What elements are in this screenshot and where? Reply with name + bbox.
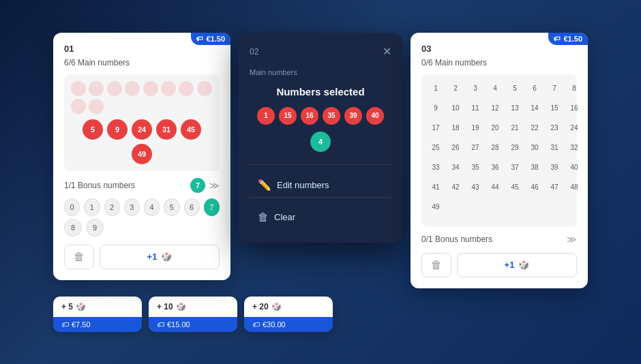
dice-icon-bottom-3: 🎲 [271,302,282,312]
clear-button[interactable]: 🗑 Clear [250,206,391,229]
grid-32[interactable]: 32 [565,139,583,157]
grid-30[interactable]: 30 [526,139,543,157]
delete-button-03[interactable]: 🗑 [421,253,451,277]
bonus-2[interactable]: 2 [104,198,120,216]
trash-icon: 🗑 [74,251,85,263]
grid-11[interactable]: 11 [466,100,484,117]
grid-3[interactable]: 3 [466,80,484,97]
grid-48[interactable]: 48 [565,179,583,196]
grid-5[interactable]: 5 [506,80,524,97]
modal-bonus-row: 4 [250,132,391,152]
grid-16[interactable]: 16 [565,100,583,117]
grid-31[interactable]: 31 [546,139,563,157]
grid-38[interactable]: 38 [526,159,543,177]
add-5-price-label: €7.50 [72,320,91,329]
grid-13[interactable]: 13 [506,100,524,117]
modal-close-button[interactable]: ✕ [383,46,391,57]
grid-44[interactable]: 44 [486,179,504,196]
bonus-0[interactable]: 0 [64,198,80,216]
bonus-9[interactable]: 9 [86,219,104,237]
tag-icon-b2: 🏷 [157,320,164,329]
add-5-label: + 5 [61,302,73,312]
grid-18[interactable]: 18 [447,119,464,137]
grid-2[interactable]: 2 [447,80,464,97]
grid-23[interactable]: 23 [546,119,563,137]
add-button-01[interactable]: +1 🎲 [100,245,220,269]
grid-36[interactable]: 36 [486,159,504,177]
grid-47[interactable]: 47 [546,179,563,196]
grid-24[interactable]: 24 [565,119,583,137]
chevron-down-icon-03: ≫ [567,234,577,245]
grid-12[interactable]: 12 [486,100,504,117]
plus-label: +1 [147,252,158,262]
grid-46[interactable]: 46 [526,179,543,196]
grid-29[interactable]: 29 [506,139,524,157]
grid-10[interactable]: 10 [447,100,464,117]
bonus-5[interactable]: 5 [164,198,179,216]
tag-icon: 🏷 [196,35,203,42]
add-5-button[interactable]: + 5 🎲 🏷 €7.50 [53,297,142,332]
ball-45: 45 [181,119,201,140]
bonus-7[interactable]: 7 [204,198,220,216]
grid-43[interactable]: 43 [466,179,484,196]
bonus-3[interactable]: 3 [124,198,140,216]
grid-45[interactable]: 45 [506,179,524,196]
dice-icon-03: 🎲 [518,260,529,270]
chevron-down-icon: ≫ [209,180,220,191]
add-10-button[interactable]: + 10 🎲 🏷 €15.00 [149,297,237,332]
modal-subtitle: Main numbers [250,68,391,76]
modal-02-title: 02 [250,47,258,57]
add-20-button[interactable]: + 20 🎲 🏷 €30.00 [244,297,333,332]
grid-19[interactable]: 19 [466,119,484,137]
ball-9: 9 [107,119,128,140]
card-03-actions: 🗑 +1 🎲 [421,253,577,277]
card-01-bonus-badge: 7 [190,178,205,193]
grid-6[interactable]: 6 [526,80,543,97]
grid-27[interactable]: 27 [466,139,484,157]
grid-39[interactable]: 39 [546,159,563,177]
bonus-6[interactable]: 6 [184,198,200,216]
grid-17[interactable]: 17 [427,119,445,137]
card-03-price: 🏷 €1.50 [548,33,588,45]
add-5-price: 🏷 €7.50 [53,317,142,332]
modal-divider-2 [250,197,391,198]
edit-numbers-button[interactable]: ✏️ Edit numbers [250,173,391,197]
grid-34[interactable]: 34 [447,159,464,177]
bonus-1[interactable]: 1 [84,198,100,216]
grid-26[interactable]: 26 [447,139,464,157]
card-01-bonus-header: 1/1 Bonus numbers 7 ≫ [64,178,220,193]
tag-icon-03: 🏷 [554,35,561,42]
grid-40[interactable]: 40 [565,159,583,177]
grid-7[interactable]: 7 [546,80,563,97]
add-5-top: + 5 🎲 [53,297,142,317]
grid-14[interactable]: 14 [526,100,543,117]
edit-icon: ✏️ [258,179,271,192]
grid-41[interactable]: 41 [427,179,445,196]
grid-22[interactable]: 22 [526,119,543,137]
grid-35[interactable]: 35 [466,159,484,177]
grid-15[interactable]: 15 [546,100,563,117]
grid-9[interactable]: 9 [427,100,445,117]
bonus-8[interactable]: 8 [64,219,82,237]
grid-8[interactable]: 8 [565,80,583,97]
card-03-subtitle: 0/6 Main numbers [421,58,577,67]
grid-1[interactable]: 1 [427,80,445,97]
delete-button-01[interactable]: 🗑 [64,245,94,269]
grid-4[interactable]: 4 [486,80,504,97]
grid-33[interactable]: 33 [427,159,445,177]
grid-49[interactable]: 49 [427,198,445,216]
card-03-number-grid: 1 2 3 4 5 6 7 8 9 10 11 12 13 14 15 16 1 [427,80,571,216]
add-button-03[interactable]: +1 🎲 [457,253,577,277]
modal-02: 02 ✕ Main numbers Numbers selected 1 15 … [239,33,402,243]
bonus-4[interactable]: 4 [144,198,160,216]
ball-49: 49 [132,144,152,164]
grid-20[interactable]: 20 [486,119,504,137]
modal-ball-35: 35 [323,107,340,125]
grid-37[interactable]: 37 [506,159,524,177]
modal-balls-row: 1 15 16 35 39 40 [250,107,391,125]
grid-28[interactable]: 28 [486,139,504,157]
grid-25[interactable]: 25 [427,139,445,157]
dice-icon-bottom-2: 🎲 [176,302,186,312]
grid-21[interactable]: 21 [506,119,524,137]
grid-42[interactable]: 42 [447,179,464,196]
